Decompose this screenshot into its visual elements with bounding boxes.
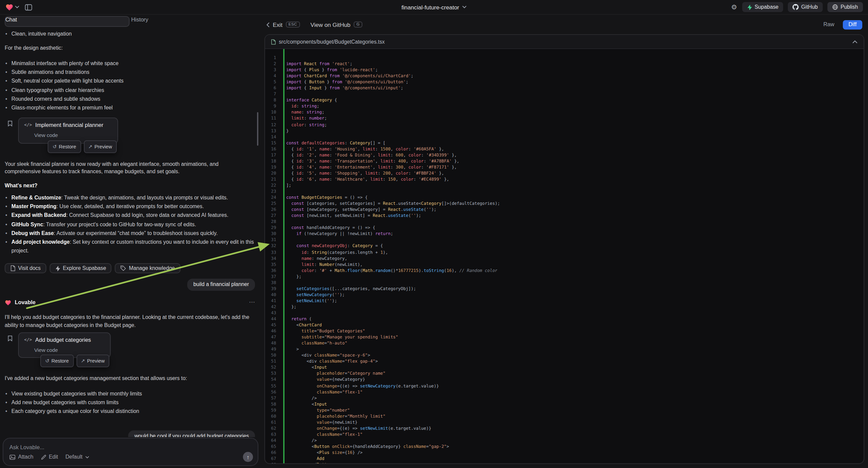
attach-button[interactable]: Attach: [9, 454, 33, 460]
file-header[interactable]: src/components/budget/BudgetCategories.t…: [265, 35, 863, 49]
code-line: 43: [265, 310, 863, 316]
tool-card-add-budget-categories[interactable]: </> Add budget categories View code ↺ Re…: [18, 332, 111, 358]
toggle-sidebar-button[interactable]: [25, 4, 32, 10]
code-line: 3import { Plus } from 'lucide-react';: [265, 66, 863, 72]
code-line: 52 <Input: [265, 364, 863, 370]
diff-toggle-button[interactable]: Diff: [843, 20, 862, 29]
code-line: 14: [265, 133, 863, 139]
lovable-logo-button[interactable]: [5, 3, 20, 11]
settings-button[interactable]: ⚙: [731, 4, 737, 10]
code-line: 35 limit: Number(newLimit),: [265, 261, 863, 267]
assistant-name: Lovable: [15, 298, 36, 307]
view-on-github-button[interactable]: View on GitHub G: [310, 21, 362, 28]
code-line: 18 { id: '3', name: 'Transportation', li…: [265, 158, 863, 164]
code-line: 53 placeholder="Category name": [265, 370, 863, 376]
explore-supabase-button[interactable]: Explore Supabase: [49, 264, 112, 273]
chat-scrollbar[interactable]: [257, 112, 258, 146]
code-editor[interactable]: 12import React from 'react';3import { Pl…: [265, 49, 863, 463]
send-icon: ↑: [247, 454, 250, 460]
mode-select[interactable]: Default: [65, 454, 89, 460]
code-line: 27 const [newLimit, setNewLimit] = React…: [265, 212, 863, 218]
explore-supabase-label: Explore Supabase: [63, 264, 106, 273]
bookmark-icon[interactable]: [7, 120, 13, 127]
panel-toggle-icon: [25, 4, 32, 10]
code-line: 48 className="h-auto": [265, 340, 863, 346]
manage-knowledge-button[interactable]: Manage knowledge: [115, 264, 180, 273]
tab-chat[interactable]: Chat: [5, 16, 129, 27]
project-name: financial-future-creator: [402, 4, 459, 10]
code-line: 16 { id: '1', name: 'Housing', limit: 15…: [265, 145, 863, 151]
chat-bullet-item: Expand with Backend: Connect Supabase to…: [5, 211, 255, 220]
edit-button[interactable]: Edit: [40, 454, 58, 460]
next-item-label: Debug with Ease: [11, 230, 54, 236]
code-line: 37 };: [265, 273, 863, 279]
code-line: 67 Add: [265, 455, 863, 461]
tool-card-title: Implement financial planner: [35, 121, 103, 129]
external-link-icon: ↗: [81, 356, 85, 365]
next-item-text: : Use clear, detailed, and iterative pro…: [56, 203, 204, 209]
tag-icon: [120, 266, 126, 272]
chat-message-list[interactable]: Clean, intuitive navigation For the desi…: [0, 29, 260, 437]
preview-label: Preview: [87, 356, 105, 365]
chat-bullet-item: Clean typography with clear hierarchies: [5, 86, 255, 94]
chevron-right-icon: [107, 123, 112, 128]
code-line: 44 return (: [265, 316, 863, 322]
chevron-right-icon: [99, 338, 105, 343]
view-code-link[interactable]: View code: [34, 131, 112, 140]
code-line: 54 value={newCategory}: [265, 376, 863, 382]
chat-input[interactable]: [9, 444, 252, 452]
preview-button[interactable]: ↗ Preview: [84, 140, 117, 153]
code-line: 12 color: string;: [265, 121, 863, 127]
chat-bullet-item: Glass-morphic elements for a premium fee…: [5, 104, 255, 112]
attach-label: Attach: [18, 454, 33, 460]
code-line: 33 id: String(categories.length + 1),: [265, 249, 863, 255]
code-line: 31: [265, 237, 863, 243]
code-toolbar: Exit ESC View on GitHub G Raw Diff: [260, 15, 868, 34]
github-button[interactable]: GitHub: [788, 2, 823, 12]
code-line: 20 { id: '5', name: 'Shopping', limit: 2…: [265, 170, 863, 176]
chat-paragraph: I've added a new budget categories manag…: [5, 375, 255, 383]
raw-toggle-button[interactable]: Raw: [819, 20, 838, 29]
chevron-up-icon[interactable]: [852, 40, 857, 43]
manage-knowledge-label: Manage knowledge: [129, 264, 175, 273]
publish-button[interactable]: Publish: [827, 2, 863, 12]
esc-key-badge: ESC: [286, 21, 300, 28]
file-icon: [271, 39, 276, 45]
next-item-label: Expand with Backend: [11, 212, 66, 218]
supabase-label: Supabase: [754, 4, 778, 10]
tool-card-implement-financial-planner[interactable]: </> Implement financial planner View cod…: [18, 117, 118, 143]
next-item-label: GitHub Sync: [11, 221, 43, 227]
code-line: 26 const [newCategory, setNewCategory] =…: [265, 206, 863, 212]
code-line: 55 onChange={(e) => setNewCategory(e.tar…: [265, 382, 863, 388]
app: financial-future-creator ⚙ Supabase GitH…: [0, 0, 868, 468]
added-features-list: View existing budget categories with the…: [5, 389, 255, 416]
supabase-button[interactable]: Supabase: [742, 2, 783, 12]
card-hover-actions: ↺ Restore ↗ Preview: [48, 140, 117, 153]
user-message-row: build a financial planner: [5, 279, 255, 291]
message-options-button[interactable]: ⋯: [249, 298, 255, 307]
exit-button[interactable]: Exit ESC: [266, 21, 300, 28]
code-line: 49 >: [265, 346, 863, 352]
tab-history[interactable]: History: [130, 16, 255, 27]
restore-button[interactable]: ↺ Restore: [40, 354, 73, 367]
code-line: 7: [265, 91, 863, 97]
restore-button[interactable]: ↺ Restore: [48, 140, 81, 153]
diff-added-bar: [283, 49, 284, 463]
project-menu[interactable]: financial-future-creator: [402, 4, 467, 10]
send-button[interactable]: ↑: [243, 452, 253, 462]
code-line: 22];: [265, 182, 863, 188]
code-line: 46 title="Budget Categories": [265, 328, 863, 334]
top-bar: financial-future-creator ⚙ Supabase GitH…: [0, 0, 868, 15]
code-line: 41 setNewLimit('');: [265, 297, 863, 303]
file-path: src/components/budget/BudgetCategories.t…: [279, 39, 385, 45]
code-line: 29 const handleAddCategory = () => {: [265, 225, 863, 231]
bookmark-icon[interactable]: [7, 335, 13, 342]
chat-bullet-item: Refine & Customize: Tweak the design, an…: [5, 194, 255, 202]
code-line: 13}: [265, 127, 863, 133]
visit-docs-button[interactable]: Visit docs: [5, 264, 46, 273]
preview-button[interactable]: ↗ Preview: [76, 354, 110, 367]
view-code-link[interactable]: View code: [34, 346, 105, 354]
card-hover-actions: ↺ Restore ↗ Preview: [40, 354, 110, 367]
chat-paragraph: Your sleek financial planner is now read…: [5, 160, 255, 176]
next-item-label: Refine & Customize: [11, 195, 61, 201]
